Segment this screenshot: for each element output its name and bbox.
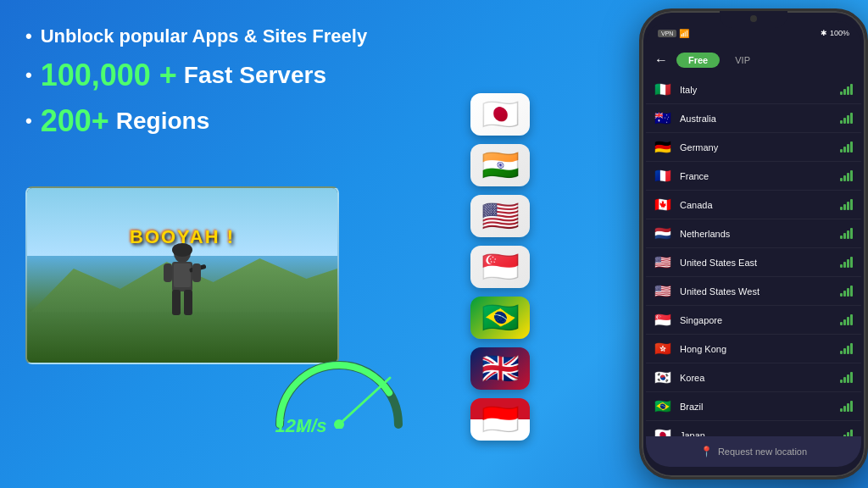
server-item[interactable]: 🇮🇹 Italy (646, 75, 861, 104)
svg-line-9 (339, 378, 390, 424)
signal-bars (840, 170, 853, 181)
bar-1 (840, 322, 843, 325)
server-item[interactable]: 🇭🇰 Hong Kong (646, 335, 861, 363)
server-name: Hong Kong (680, 344, 840, 354)
server-item[interactable]: 🇺🇸 United States East (646, 248, 861, 277)
bar-2 (843, 118, 846, 124)
bar-2 (843, 262, 846, 268)
bar-4 (850, 170, 853, 181)
bar-3 (847, 259, 849, 268)
server-name: Italy (680, 85, 840, 95)
server-item[interactable]: 🇫🇷 France (646, 162, 861, 191)
server-item[interactable]: 🇺🇸 United States West (646, 277, 861, 306)
server-name: Brazil (680, 402, 840, 412)
signal-bars (840, 343, 853, 354)
bar-3 (847, 346, 849, 354)
bullet-text-1: Unblock popular Apps & Sites Freely (41, 25, 367, 47)
request-location-bar[interactable]: 📍 Request new location (646, 436, 861, 467)
tab-vip[interactable]: VIP (723, 53, 762, 68)
location-icon: 📍 (700, 446, 713, 458)
server-item[interactable]: 🇸🇬 Singapore (646, 306, 861, 335)
flag-singapore: 🇸🇬 (470, 246, 530, 288)
phone-nav[interactable]: ← Free VIP (646, 45, 861, 75)
bullet-text-3: Regions (116, 108, 209, 135)
bar-1 (840, 351, 843, 354)
server-flag: 🇸🇬 (654, 312, 673, 328)
bar-2 (843, 89, 846, 95)
bluetooth-icon: ✱ (821, 29, 827, 37)
bar-1 (840, 120, 843, 124)
bullet-dot-3: • (25, 110, 32, 132)
server-item[interactable]: 🇩🇪 Germany (646, 133, 861, 162)
flag-usa: 🇺🇸 (470, 195, 530, 237)
server-flag: 🇧🇷 (654, 398, 673, 414)
bullet-text-2: Fast Servers (184, 62, 326, 89)
server-flag: 🇮🇹 (654, 81, 673, 97)
bar-1 (840, 408, 843, 412)
bar-1 (840, 236, 843, 239)
bullet-2: • 100,000 + Fast Servers (25, 58, 398, 93)
wifi-icon: 📶 (679, 29, 689, 38)
phone-screen: VPN 📶 ✱ 100% ← Free VIP 🇮🇹 Italy (646, 21, 861, 467)
bullet-green-3: 200+ (41, 103, 109, 139)
server-flag: 🇺🇸 (654, 254, 673, 270)
svg-rect-7 (164, 263, 172, 282)
server-name: Korea (680, 373, 840, 383)
bar-2 (843, 348, 846, 354)
server-item[interactable]: 🇰🇷 Korea (646, 363, 861, 392)
tab-free[interactable]: Free (676, 53, 720, 68)
bar-4 (850, 430, 853, 436)
svg-rect-8 (192, 263, 201, 282)
server-name: Singapore (680, 315, 840, 325)
flag-india: 🇮🇳 (470, 144, 530, 186)
soldier-icon (157, 243, 208, 324)
server-flag: 🇭🇰 (654, 341, 673, 357)
bar-3 (847, 317, 849, 325)
bar-2 (843, 291, 846, 297)
server-flag: 🇩🇪 (654, 139, 673, 155)
bar-3 (847, 86, 849, 95)
server-name: Germany (680, 142, 840, 152)
bar-2 (843, 233, 846, 239)
left-panel: • Unblock popular Apps & Sites Freely • … (25, 25, 398, 149)
back-button[interactable]: ← (654, 53, 668, 68)
server-list[interactable]: 🇮🇹 Italy 🇦🇺 Australia 🇩🇪 Germany (646, 75, 861, 436)
server-name: Australia (680, 114, 840, 124)
server-name: Netherlands (680, 229, 840, 239)
svg-rect-5 (172, 290, 181, 315)
bar-4 (850, 141, 853, 152)
bar-3 (847, 144, 849, 152)
bar-4 (850, 199, 853, 210)
server-flag: 🇺🇸 (654, 283, 673, 299)
phone-mockup: VPN 📶 ✱ 100% ← Free VIP 🇮🇹 Italy (639, 8, 868, 480)
bar-4 (850, 372, 853, 383)
server-item[interactable]: 🇨🇦 Canada (646, 191, 861, 219)
signal-bars (840, 286, 853, 297)
server-item[interactable]: 🇦🇺 Australia (646, 104, 861, 133)
speedometer: 12M/s » (271, 352, 415, 437)
server-name: United States East (680, 258, 840, 268)
flags-column: 🇯🇵 🇮🇳 🇺🇸 🇸🇬 🇧🇷 🇬🇧 🇮🇩 (470, 93, 530, 441)
flag-uk: 🇬🇧 (470, 347, 530, 390)
server-item[interactable]: 🇯🇵 Japan (646, 421, 861, 436)
signal-bars (840, 372, 853, 383)
server-flag: 🇨🇦 (654, 197, 673, 213)
flag-indonesia: 🇮🇩 (470, 398, 530, 441)
game-screenshot: ⚔ GAMIURS A/RE 01.1 ⚙ ▣ ⊙ BOOYAH ! B (25, 186, 339, 364)
bar-1 (840, 149, 843, 152)
server-name: United States West (680, 286, 840, 297)
signal-bars (840, 401, 853, 412)
svg-rect-6 (184, 290, 192, 315)
signal-bars (840, 199, 853, 210)
bar-1 (840, 92, 843, 95)
server-item[interactable]: 🇳🇱 Netherlands (646, 219, 861, 248)
camera-dot (750, 15, 757, 22)
server-item[interactable]: 🇧🇷 Brazil (646, 392, 861, 421)
bar-4 (850, 228, 853, 239)
bar-3 (847, 115, 849, 124)
bar-4 (850, 113, 853, 124)
bar-1 (840, 293, 843, 297)
flag-brazil: 🇧🇷 (470, 297, 530, 339)
speed-label: 12M/s (275, 415, 326, 437)
server-flag: 🇳🇱 (654, 225, 673, 241)
